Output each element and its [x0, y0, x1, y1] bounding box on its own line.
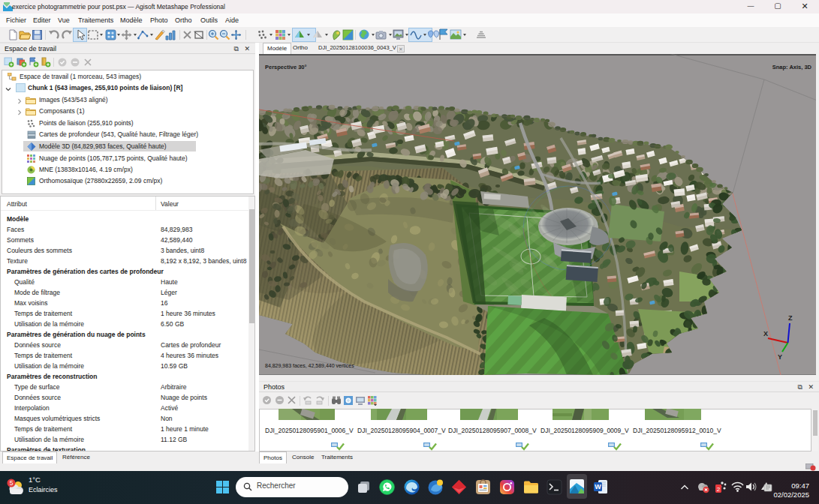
svg-text:Snap: Axis, 3D: Snap: Axis, 3D [772, 64, 812, 70]
svg-text:X: X [763, 330, 768, 338]
svg-text:5: 5 [10, 479, 14, 487]
svg-text:W: W [595, 483, 601, 490]
svg-text:Z: Z [788, 314, 793, 322]
svg-text:Perspective 30°: Perspective 30° [265, 64, 307, 70]
svg-text:84,829,983 faces, 42,589,440 v: 84,829,983 faces, 42,589,440 vertices [265, 363, 354, 368]
svg-text:2: 2 [717, 486, 721, 493]
svg-text:Y: Y [778, 353, 782, 361]
